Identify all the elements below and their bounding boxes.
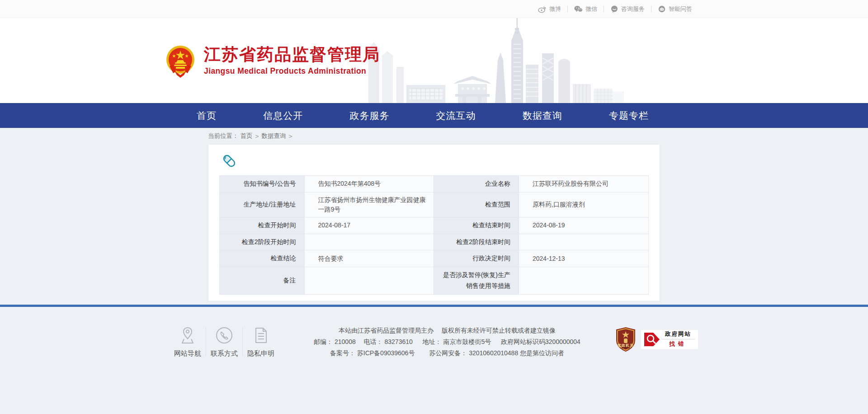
wechat-link[interactable]: 微信 <box>568 5 604 13</box>
row1-label1: 告知书编号/公告号 <box>220 176 305 193</box>
party-gov-badge-label: 党政机关 <box>615 343 636 348</box>
site-title: 江苏省药品监督管理局 <box>204 45 380 65</box>
row3-value1: 2024-08-17 <box>304 217 434 234</box>
map-pin-icon <box>170 325 205 345</box>
footer-link-label: 网站导航 <box>170 349 205 358</box>
table-row: 检查结论 符合要求 行政决定时间 2024-12-13 <box>220 250 649 267</box>
row3-value2: 2024-08-19 <box>519 217 648 234</box>
weibo-link[interactable]: 微博 <box>532 5 567 13</box>
row6-label2: 是否涉及暂停(恢复)生产销售使用等措施 <box>434 267 519 295</box>
national-emblem-icon <box>163 43 198 78</box>
nav-item-special-topics[interactable]: 专题专栏 <box>609 103 649 128</box>
row6-label1: 备注 <box>220 267 305 295</box>
site-footer: 网站导航 联系方式 隐私申明 本站由江苏省药品监督管理局主办 版权所有未经许可禁… <box>0 307 868 414</box>
table-row: 告知书编号/公告号 告知书2024年第408号 企业名称 江苏联环药业股份有限公… <box>220 176 649 193</box>
site-error-report-badge[interactable]: 政府网站 找错 <box>641 329 698 349</box>
row2-label1: 生产地址/注册地址 <box>220 192 305 217</box>
row4-value1 <box>304 234 434 250</box>
row1-label2: 企业名称 <box>434 176 519 193</box>
row6-value2 <box>519 267 648 295</box>
row2-value1: 江苏省扬州市扬州生物健康产业园健康一路9号 <box>304 192 434 217</box>
nav-item-data-query[interactable]: 数据查询 <box>523 103 562 128</box>
footer-link-label: 联系方式 <box>207 349 241 358</box>
nav-item-home[interactable]: 首页 <box>197 103 217 128</box>
nav-item-interaction[interactable]: 交流互动 <box>436 103 476 128</box>
table-row: 备注 是否涉及暂停(恢复)生产销售使用等措施 <box>220 267 649 295</box>
row5-label1: 检查结论 <box>220 250 305 267</box>
error-report-subtitle: 找错 <box>661 339 695 348</box>
footer-link-sitemap[interactable]: 网站导航 <box>170 325 206 358</box>
table-row: 生产地址/注册地址 江苏省扬州市扬州生物健康产业园健康一路9号 检查范围 原料药… <box>220 192 649 217</box>
party-gov-badge[interactable]: 党政机关 <box>615 327 636 352</box>
row4-value2 <box>519 234 648 250</box>
error-report-magnifier-icon <box>643 332 661 347</box>
consult-chat-icon <box>610 5 618 13</box>
breadcrumb-prefix: 当前位置： <box>208 132 239 140</box>
top-utility-bar: 微博 微信 咨询服务 智能问答 <box>0 0 868 18</box>
footer-contact-line: 邮编： 210008 电话： 83273610 地址： 南京市鼓楼街5号 政府网… <box>283 336 611 348</box>
detail-panel: 告知书编号/公告号 告知书2024年第408号 企业名称 江苏联环药业股份有限公… <box>208 144 660 301</box>
city-skyline-watermark <box>359 18 624 103</box>
row2-value2: 原料药,口服溶液剂 <box>519 192 648 217</box>
main-navigation: 首页 信息公开 政务服务 交流互动 数据查询 专题专栏 <box>0 103 868 128</box>
smart-qa-label: 智能问答 <box>669 5 692 13</box>
footer-badges: 党政机关 政府网站 找错 <box>615 327 698 352</box>
row3-label2: 检查结束时间 <box>434 217 519 234</box>
breadcrumb-separator: > <box>288 133 292 140</box>
row1-value2: 江苏联环药业股份有限公司 <box>519 176 648 193</box>
breadcrumb-separator: > <box>255 133 259 140</box>
consult-service-link[interactable]: 咨询服务 <box>604 5 651 13</box>
footer-quick-links: 网站导航 联系方式 隐私申明 <box>170 325 279 358</box>
weibo-label: 微博 <box>549 5 561 13</box>
row4-label2: 检查2阶段结束时间 <box>434 234 519 250</box>
nav-item-info-disclosure[interactable]: 信息公开 <box>263 103 303 128</box>
footer-info: 本站由江苏省药品监督管理局主办 版权所有未经许可禁止转载或者建立镜像 邮编： 2… <box>279 325 615 359</box>
document-icon <box>244 325 278 345</box>
robot-icon <box>658 5 666 13</box>
row4-label1: 检查2阶段开始时间 <box>220 234 305 250</box>
weibo-icon <box>538 5 547 13</box>
row1-value1: 告知书2024年第408号 <box>304 176 434 193</box>
error-report-text: 政府网站 找错 <box>661 330 695 348</box>
footer-copyright-line: 本站由江苏省药品监督管理局主办 版权所有未经许可禁止转载或者建立镜像 <box>283 325 611 336</box>
wechat-icon <box>574 5 583 13</box>
row2-label2: 检查范围 <box>434 192 519 217</box>
logo-text: 江苏省药品监督管理局 Jiangsu Medical Products Admi… <box>204 45 380 76</box>
site-logo[interactable]: 江苏省药品监督管理局 Jiangsu Medical Products Admi… <box>163 43 380 78</box>
row5-value2: 2024-12-13 <box>519 250 648 267</box>
row5-value1: 符合要求 <box>304 250 434 267</box>
footer-icp-line: 备案号： 苏ICP备09039606号 苏公网安备： 3201060201048… <box>283 348 611 359</box>
footer-link-label: 隐私申明 <box>244 349 278 358</box>
site-subtitle: Jiangsu Medical Products Administration <box>204 66 380 76</box>
footer-link-contact[interactable]: 联系方式 <box>206 325 242 358</box>
row6-value1 <box>304 267 434 295</box>
pill-icon <box>221 153 237 169</box>
footer-link-privacy[interactable]: 隐私申明 <box>243 325 279 358</box>
table-row: 检查开始时间 2024-08-17 检查结束时间 2024-08-19 <box>220 217 649 234</box>
consult-service-label: 咨询服务 <box>621 5 645 13</box>
breadcrumb-link-home[interactable]: 首页 <box>241 132 253 140</box>
inspection-detail-table: 告知书编号/公告号 告知书2024年第408号 企业名称 江苏联环药业股份有限公… <box>219 175 649 295</box>
content-area: 当前位置： 首页 > 数据查询 > 告知书编号/公告号 告知书2024年第408… <box>0 128 868 305</box>
nav-item-gov-services[interactable]: 政务服务 <box>349 103 389 128</box>
row3-label1: 检查开始时间 <box>220 217 305 234</box>
site-header: 江苏省药品监督管理局 Jiangsu Medical Products Admi… <box>0 18 868 103</box>
breadcrumb-link-data-query[interactable]: 数据查询 <box>261 132 286 140</box>
error-report-title: 政府网站 <box>661 330 695 338</box>
phone-icon <box>207 325 241 345</box>
row5-label2: 行政决定时间 <box>434 250 519 267</box>
smart-qa-link[interactable]: 智能问答 <box>651 5 698 13</box>
wechat-label: 微信 <box>585 5 597 13</box>
table-row: 检查2阶段开始时间 检查2阶段结束时间 <box>220 234 649 250</box>
breadcrumb: 当前位置： 首页 > 数据查询 > <box>208 128 660 144</box>
